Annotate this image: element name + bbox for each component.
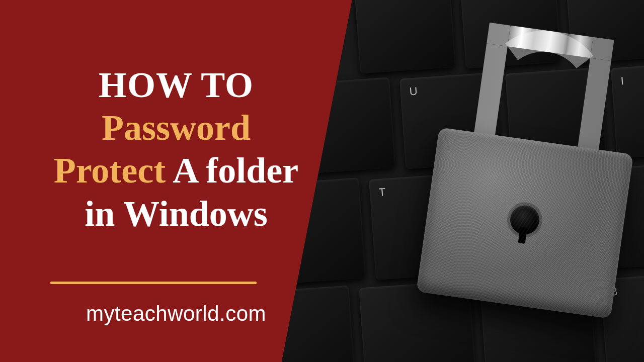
- headline: HOW TO Password Protect A folder in Wind…: [35, 65, 317, 234]
- headline-line-1: HOW TO: [35, 65, 317, 105]
- headline-line-2: Password: [35, 108, 317, 148]
- headline-plain: A folder: [166, 150, 298, 191]
- headline-accent: Protect: [54, 150, 166, 191]
- divider-line: [50, 282, 257, 284]
- headline-line-3: Protect A folder: [35, 151, 317, 191]
- site-url: myteachworld.com: [35, 302, 317, 326]
- promo-banner: 7 & U I T J B HOW TO Password Protect A …: [0, 0, 644, 362]
- padlock-icon: [413, 18, 644, 344]
- padlock-keyhole: [508, 204, 541, 237]
- padlock-body: [416, 127, 633, 319]
- headline-line-4: in Windows: [35, 194, 317, 234]
- keyboard-key: [354, 0, 455, 73]
- photo-panel: 7 & U I T J B: [282, 0, 644, 362]
